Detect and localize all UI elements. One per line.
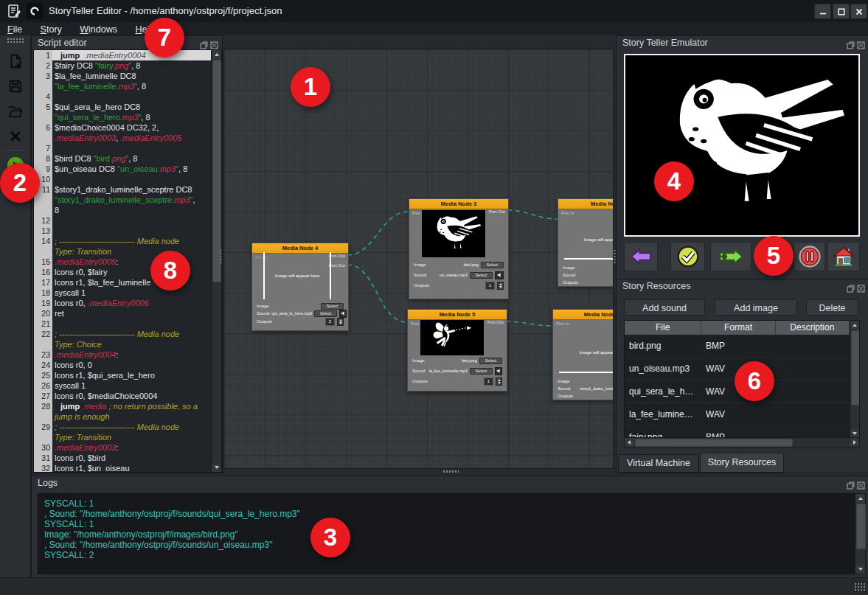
float-panel-icon[interactable] — [847, 479, 855, 493]
column-header[interactable]: Format — [701, 321, 775, 335]
code-line[interactable]: "la_fee_luminelle.mp3", 8 — [34, 81, 212, 91]
select-sound-button[interactable]: Select — [314, 310, 337, 317]
port-in[interactable]: Port In — [556, 321, 569, 326]
scroll-up-icon[interactable] — [212, 50, 221, 59]
node-title[interactable]: Media Node — [558, 199, 614, 209]
select-image-button[interactable]: Select — [481, 262, 504, 268]
scroll-down-icon[interactable] — [212, 463, 221, 472]
close-project-icon[interactable] — [6, 127, 25, 146]
code-line[interactable]: 1jump .mediaEntry0004 — [34, 50, 212, 60]
code-editor[interactable]: 1jump .mediaEntry00042$fairy DC8 "fairy.… — [33, 49, 222, 473]
open-folder-icon[interactable] — [6, 102, 25, 121]
select-sound-button[interactable]: Select — [470, 272, 493, 279]
code-line[interactable]: 3$la_fee_luminelle DC8 — [34, 71, 212, 81]
table-scrollbar[interactable] — [850, 321, 859, 438]
splitter-left[interactable] — [219, 249, 223, 264]
port-out[interactable]: Port Out — [489, 209, 505, 214]
logs-scrollbar[interactable] — [855, 493, 866, 574]
port-out[interactable]: Port Out — [329, 263, 345, 268]
code-line[interactable]: 31lcons r0, $bird — [34, 453, 212, 463]
code-line[interactable]: 19lcons r0, .mediaEntry0006 — [34, 298, 212, 308]
code-line[interactable]: 23.mediaEntry0004: — [34, 349, 212, 360]
code-line[interactable]: 32lcons r1, $un_oiseau — [34, 463, 212, 473]
code-line[interactable]: "story1_drako_luminelle_sceptre.mp3", — [34, 195, 212, 205]
node-title[interactable]: Media Node 5 — [408, 310, 507, 320]
resize-grip[interactable] — [854, 582, 865, 592]
code-line[interactable]: Type: Transition — [34, 432, 212, 442]
media-node-4[interactable]: Media Node 4 Port In Port Out Port Out I… — [251, 243, 349, 331]
code-line[interactable]: 8 — [34, 205, 212, 215]
splitter-bottom[interactable] — [442, 470, 459, 473]
port-in[interactable]: Port In — [561, 211, 574, 215]
select-image-button[interactable]: Select — [479, 358, 502, 364]
table-row[interactable]: bird.pngBMP — [625, 335, 850, 358]
code-line[interactable]: jump is enough — [34, 411, 212, 422]
port-out[interactable]: Port Out — [329, 254, 345, 258]
code-line[interactable]: 7 — [34, 143, 212, 153]
code-line[interactable]: 14; ---------------------------- Media n… — [34, 236, 212, 246]
code-line[interactable]: 22; ---------------------------- Media n… — [34, 329, 212, 339]
code-line[interactable]: 10 — [34, 174, 212, 184]
code-line[interactable]: 25lcons r1, $qui_sera_le_hero — [34, 370, 212, 380]
media-node-3[interactable]: Media Node 3 Port In Port Out Image bird… — [409, 198, 509, 299]
outputs-spinner[interactable]: 1 — [484, 377, 493, 386]
speaker-icon[interactable] — [495, 271, 504, 279]
code-line[interactable]: 2$fairy DC8 "fairy.png", 8 — [34, 60, 212, 71]
float-panel-icon[interactable] — [847, 39, 855, 52]
save-icon[interactable] — [6, 77, 25, 96]
code-line[interactable]: 13 — [34, 226, 212, 236]
scroll-left-icon[interactable] — [625, 438, 633, 446]
select-image-button[interactable]: Select — [321, 303, 344, 310]
code-line[interactable]: 29; ---------------------------- Media n… — [34, 422, 212, 432]
close-panel-icon[interactable] — [857, 39, 865, 52]
select-sound-button[interactable]: Select — [470, 368, 493, 375]
node-title[interactable]: Media Node 3 — [409, 199, 508, 209]
code-line[interactable]: 18syscall 1 — [34, 288, 212, 298]
table-hscrollbar[interactable] — [624, 437, 860, 448]
code-line[interactable]: 4 — [34, 91, 212, 102]
home-button[interactable] — [827, 242, 860, 271]
media-node-6[interactable]: Media Node 6 Port In Image will appear h… — [552, 309, 614, 400]
minimize-button[interactable] — [814, 4, 831, 19]
code-line[interactable]: 27lcons r0, $mediaChoice0004 — [34, 391, 212, 401]
scroll-right-icon[interactable] — [850, 438, 859, 446]
close-button[interactable] — [850, 4, 867, 19]
close-panel-icon[interactable] — [857, 479, 865, 493]
code-line[interactable]: .mediaEntry0003, .mediaEntry0005 — [34, 133, 212, 143]
spinner-arrows-icon[interactable] — [496, 377, 502, 386]
ok-button[interactable] — [670, 242, 705, 271]
code-line[interactable]: 11$story1_drako_luminelle_sceptre DC8 — [34, 184, 212, 195]
add-sound-button[interactable]: Add sound — [624, 299, 705, 316]
add-image-button[interactable]: Add image — [715, 299, 797, 316]
code-line[interactable]: 30.mediaEntry0003: — [34, 442, 212, 453]
code-line[interactable]: 8$bird DC8 "bird.png", 8 — [34, 153, 212, 164]
hscroll-thumb[interactable] — [635, 439, 793, 447]
code-line[interactable]: 28jump .media ; no return possible, so a — [34, 401, 212, 411]
port-out[interactable]: Port Out — [487, 320, 504, 324]
outputs-spinner[interactable]: 1 — [485, 282, 495, 290]
column-header[interactable]: Description — [776, 321, 850, 335]
code-line[interactable]: Type: Transition — [34, 246, 212, 257]
back-button[interactable] — [624, 242, 658, 271]
scroll-down-icon[interactable] — [855, 565, 865, 574]
speaker-icon[interactable] — [339, 310, 347, 318]
spinner-arrows-icon[interactable] — [337, 318, 344, 326]
table-row[interactable]: la_fee_lumine…WAV — [625, 403, 850, 426]
code-line[interactable]: 6$mediaChoice0004 DC32, 2, — [34, 122, 212, 133]
code-line[interactable]: Type: Choice — [34, 339, 212, 349]
new-document-icon[interactable] — [6, 52, 25, 71]
code-line[interactable]: 24lcons r0, 0 — [34, 360, 212, 370]
close-panel-icon[interactable] — [857, 282, 865, 296]
column-header[interactable]: File — [625, 321, 701, 335]
tab-virtual-machine[interactable]: Virtual Machine — [618, 454, 699, 473]
node-title[interactable]: Media Node 6 — [553, 310, 614, 320]
float-panel-icon[interactable] — [847, 282, 855, 296]
forward-button[interactable] — [710, 242, 751, 271]
delete-button[interactable]: Delete — [806, 299, 858, 316]
code-line[interactable]: 26syscall 1 — [34, 380, 212, 391]
code-line[interactable]: 21 — [34, 319, 212, 329]
media-node-clipped-top[interactable]: Media Node Port In Image will appear her… — [558, 198, 614, 287]
logs-scroll-thumb[interactable] — [856, 504, 866, 549]
media-node-5[interactable]: Media Node 5 Port In Port Out Image fair… — [407, 309, 507, 392]
toolbar-grip[interactable] — [7, 38, 24, 44]
